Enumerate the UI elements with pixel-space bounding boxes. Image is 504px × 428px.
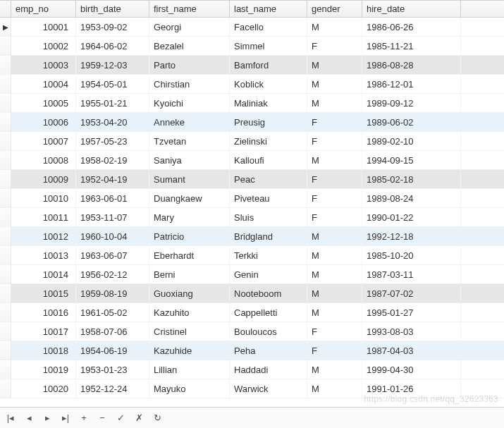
refresh-button[interactable]: ↻ — [151, 412, 164, 424]
cell-first_name[interactable]: Lillian — [149, 360, 230, 379]
commit-button[interactable]: ✓ — [114, 412, 127, 424]
cell-emp_no[interactable]: 10010 — [11, 189, 76, 207]
cell-first_name[interactable]: Berni — [149, 265, 230, 283]
cell-hire_date[interactable]: 1989-06-02 — [362, 113, 461, 131]
cell-emp_no[interactable]: 10006 — [11, 113, 76, 131]
cell-last_name[interactable]: Peac — [230, 170, 307, 188]
cell-birth_date[interactable]: 1959-12-03 — [76, 56, 149, 74]
cell-gender[interactable]: M — [307, 284, 362, 302]
cell-first_name[interactable]: Tzvetan — [149, 132, 230, 150]
cell-hire_date[interactable]: 1985-10-20 — [362, 246, 461, 264]
cell-last_name[interactable]: Haddadi — [230, 360, 307, 379]
cell-first_name[interactable]: Eberhardt — [149, 246, 230, 264]
table-row[interactable]: 100111953-11-07MarySluisF1990-01-22 — [0, 208, 504, 227]
cell-gender[interactable]: M — [307, 265, 362, 283]
table-row[interactable]: 100171958-07-06CristinelBouloucosF1993-0… — [0, 322, 504, 341]
cell-hire_date[interactable]: 1985-11-21 — [362, 37, 461, 55]
cell-first_name[interactable]: Kazuhito — [149, 303, 230, 322]
cell-first_name[interactable]: Saniya — [149, 151, 230, 169]
cell-birth_date[interactable]: 1954-05-01 — [76, 75, 149, 93]
cell-first_name[interactable]: Kazuhide — [149, 341, 230, 360]
last-record-button[interactable]: ▸| — [59, 412, 72, 424]
cell-birth_date[interactable]: 1964-06-02 — [76, 37, 149, 55]
cell-last_name[interactable]: Koblick — [230, 75, 307, 93]
cell-gender[interactable]: M — [307, 227, 362, 245]
table-row[interactable]: 100131963-06-07EberhardtTerkkiM1985-10-2… — [0, 246, 504, 265]
column-header-first_name[interactable]: first_name — [149, 1, 230, 17]
table-row[interactable]: 100161961-05-02KazuhitoCappellettiM1995-… — [0, 303, 504, 322]
cell-birth_date[interactable]: 1961-05-02 — [76, 303, 149, 322]
cell-first_name[interactable]: Guoxiang — [149, 284, 230, 302]
cell-last_name[interactable]: Sluis — [230, 208, 307, 226]
cell-gender[interactable]: F — [307, 37, 362, 55]
cell-gender[interactable]: M — [307, 18, 362, 36]
cell-first_name[interactable]: Mayuko — [149, 379, 230, 398]
table-row[interactable]: 100031959-12-03PartoBamfordM1986-08-28 — [0, 56, 504, 75]
cell-last_name[interactable]: Simmel — [230, 37, 307, 55]
cell-birth_date[interactable]: 1959-08-19 — [76, 284, 149, 302]
cell-hire_date[interactable]: 1986-12-01 — [362, 75, 461, 93]
cell-first_name[interactable]: Anneke — [149, 113, 230, 131]
table-row[interactable]: 100021964-06-02BezalelSimmelF1985-11-21 — [0, 37, 504, 56]
cell-emp_no[interactable]: 10002 — [11, 37, 76, 55]
cell-emp_no[interactable]: 10007 — [11, 132, 76, 150]
column-header-last_name[interactable]: last_name — [230, 1, 307, 17]
row-selector[interactable] — [0, 94, 11, 112]
cell-birth_date[interactable]: 1963-06-07 — [76, 246, 149, 264]
cell-last_name[interactable]: Nooteboom — [230, 284, 307, 302]
cell-gender[interactable]: F — [307, 208, 362, 226]
cell-last_name[interactable]: Genin — [230, 265, 307, 283]
cell-gender[interactable]: F — [307, 341, 362, 360]
row-selector[interactable] — [0, 170, 11, 188]
column-header-hire_date[interactable]: hire_date — [362, 1, 461, 17]
cell-last_name[interactable]: Kalloufi — [230, 151, 307, 169]
row-selector[interactable] — [0, 113, 11, 131]
row-selector[interactable] — [0, 303, 11, 322]
table-row[interactable]: 100121960-10-04PatricioBridglandM1992-12… — [0, 227, 504, 246]
cell-last_name[interactable]: Facello — [230, 18, 307, 36]
add-record-button[interactable]: + — [78, 412, 90, 424]
cell-hire_date[interactable]: 1986-06-26 — [362, 18, 461, 36]
table-row[interactable]: 100041954-05-01ChirstianKoblickM1986-12-… — [0, 75, 504, 94]
cell-first_name[interactable]: Kyoichi — [149, 94, 230, 112]
row-selector[interactable] — [0, 208, 11, 226]
cell-emp_no[interactable]: 10016 — [11, 303, 76, 322]
cell-first_name[interactable]: Georgi — [149, 18, 230, 36]
cell-hire_date[interactable]: 1992-12-18 — [362, 227, 461, 245]
next-record-button[interactable]: ▸ — [41, 412, 54, 424]
cell-hire_date[interactable]: 1991-01-26 — [362, 379, 461, 398]
cell-hire_date[interactable]: 1987-03-11 — [362, 265, 461, 283]
cell-gender[interactable]: M — [307, 246, 362, 264]
row-selector[interactable] — [0, 132, 11, 150]
cell-hire_date[interactable]: 1994-09-15 — [362, 151, 461, 169]
row-selector[interactable] — [0, 246, 11, 264]
cell-emp_no[interactable]: 10001 — [11, 18, 76, 36]
column-header-gender[interactable]: gender — [307, 1, 362, 17]
cell-gender[interactable]: F — [307, 322, 362, 341]
cell-emp_no[interactable]: 10018 — [11, 341, 76, 360]
cell-gender[interactable]: M — [307, 303, 362, 322]
table-row[interactable]: 100051955-01-21KyoichiMaliniakM1989-09-1… — [0, 94, 504, 113]
cell-gender[interactable]: M — [307, 360, 362, 379]
cell-gender[interactable]: F — [307, 170, 362, 188]
cell-gender[interactable]: M — [307, 75, 362, 93]
cell-hire_date[interactable]: 1987-07-02 — [362, 284, 461, 302]
cell-hire_date[interactable]: 1995-01-27 — [362, 303, 461, 322]
row-selector[interactable] — [0, 227, 11, 245]
row-selector[interactable] — [0, 189, 11, 207]
cell-emp_no[interactable]: 10017 — [11, 322, 76, 341]
cell-gender[interactable]: M — [307, 56, 362, 74]
cell-birth_date[interactable]: 1953-09-02 — [76, 18, 149, 36]
cell-last_name[interactable]: Zielinski — [230, 132, 307, 150]
table-row[interactable]: 100181954-06-19KazuhidePehaF1987-04-03 — [0, 341, 504, 360]
cell-first_name[interactable]: Duangkaew — [149, 189, 230, 207]
row-selector[interactable] — [0, 151, 11, 169]
row-selector[interactable]: ▶ — [0, 18, 11, 36]
row-selector[interactable] — [0, 37, 11, 55]
cell-emp_no[interactable]: 10009 — [11, 170, 76, 188]
cell-hire_date[interactable]: 1989-09-12 — [362, 94, 461, 112]
cell-hire_date[interactable]: 1989-08-24 — [362, 189, 461, 207]
cell-hire_date[interactable]: 1987-04-03 — [362, 341, 461, 360]
cell-gender[interactable]: M — [307, 94, 362, 112]
row-selector[interactable] — [0, 360, 11, 379]
